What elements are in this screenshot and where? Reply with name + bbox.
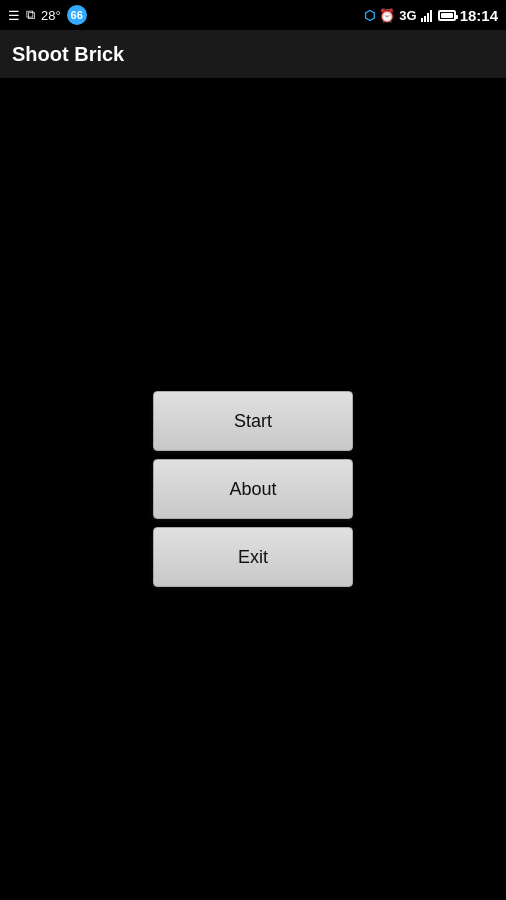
bluetooth-icon: ⬡: [364, 8, 375, 23]
status-bar-left: ☰ ⧉ 28° 66: [8, 5, 87, 25]
about-label: About: [229, 479, 276, 500]
status-bar-right: ⬡ ⏰ 3G 18:14: [364, 7, 498, 24]
main-content: Start About Exit: [0, 78, 506, 900]
app-title: Shoot Brick: [12, 43, 124, 66]
status-bar: ☰ ⧉ 28° 66 ⬡ ⏰ 3G 18:14: [0, 0, 506, 30]
title-bar: Shoot Brick: [0, 30, 506, 78]
badge-66: 66: [67, 5, 87, 25]
network-text: 3G: [399, 8, 416, 23]
start-button[interactable]: Start: [153, 391, 353, 451]
time-display: 18:14: [460, 7, 498, 24]
start-label: Start: [234, 411, 272, 432]
exit-button[interactable]: Exit: [153, 527, 353, 587]
alarm-icon: ⏰: [379, 8, 395, 23]
copy-icon: ⧉: [26, 7, 35, 23]
exit-label: Exit: [238, 547, 268, 568]
battery-icon: [438, 10, 456, 21]
about-button[interactable]: About: [153, 459, 353, 519]
signal-bars-icon: [421, 8, 432, 22]
temperature-text: 28°: [41, 8, 61, 23]
menu-icon: ☰: [8, 8, 20, 23]
